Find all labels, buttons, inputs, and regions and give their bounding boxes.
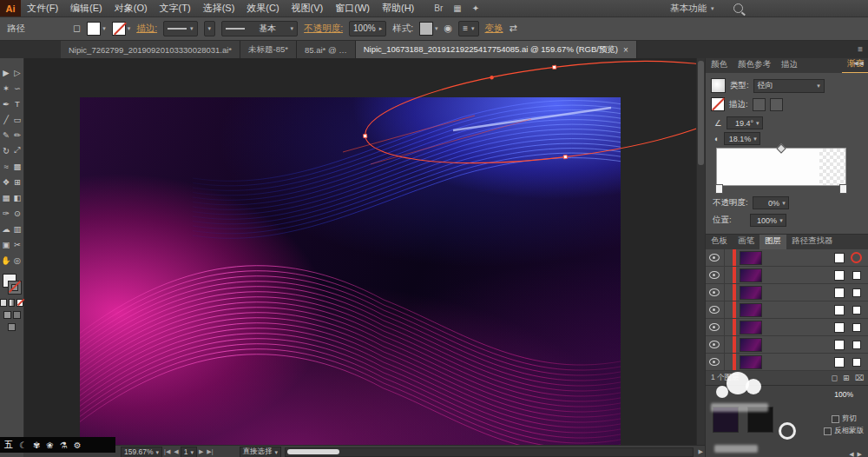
document-tab[interactable]: Nipic_10673188_20191219225417754085.ai @… <box>356 41 637 58</box>
layer-swatch[interactable] <box>834 322 845 333</box>
layer-thumbnail[interactable] <box>740 251 762 265</box>
close-icon[interactable]: × <box>623 45 628 55</box>
menu-item[interactable]: 文字(T) <box>154 0 197 17</box>
visibility-eye-icon[interactable] <box>709 306 720 314</box>
gradient-stop-left[interactable] <box>715 184 723 194</box>
layer-meta-swatch[interactable] <box>852 341 861 349</box>
opacity-link[interactable]: 不透明度: <box>304 23 343 35</box>
fill-color-swatch[interactable]: ▾ <box>87 22 106 36</box>
shape-builder-tool[interactable]: ❖ <box>1 175 12 189</box>
next-artboard-icon[interactable]: ▶ <box>197 448 205 455</box>
stroke-color-swatch[interactable]: ▾ <box>112 22 131 36</box>
visibility-eye-icon[interactable] <box>709 271 720 279</box>
workspace-switcher[interactable]: 基本功能 ▾ <box>670 3 714 15</box>
layer-meta-swatch[interactable] <box>852 306 861 315</box>
swap-icon[interactable]: ⇄ <box>510 23 517 34</box>
gradient-midpoint-handle[interactable] <box>776 143 786 153</box>
menu-item[interactable]: 效果(C) <box>240 0 285 17</box>
panel-tab[interactable]: 图层 <box>760 234 786 249</box>
panel-tab[interactable]: 描边 <box>776 57 803 73</box>
hand-tool[interactable]: ✋ <box>1 253 12 267</box>
anchor-convert-icon[interactable]: ◻ <box>73 23 81 34</box>
layer-thumbnail[interactable] <box>740 355 762 369</box>
zoom-tool[interactable]: ◎ <box>12 253 23 267</box>
document-tab[interactable]: 未标题-85* <box>240 41 297 58</box>
stop-opacity-select[interactable]: 0% ▾ <box>753 196 789 209</box>
layer-row[interactable] <box>706 336 868 354</box>
bridge-icon[interactable]: Br <box>434 3 443 13</box>
recolor-artwork-icon[interactable]: ◉ <box>444 23 453 34</box>
gradient-type-select[interactable]: 径向 ▾ <box>753 79 825 93</box>
opacity-input[interactable]: 100% ▸ <box>349 21 386 36</box>
layer-swatch[interactable] <box>834 270 845 281</box>
panel-menu-icon[interactable]: ≡ <box>858 44 863 54</box>
layer-meta-swatch[interactable] <box>852 358 861 367</box>
scale-tool[interactable]: ⤢ <box>12 143 23 157</box>
stroke-link[interactable]: 描边: <box>136 23 157 35</box>
aspect-ratio-input[interactable]: 18.1% ▾ <box>724 132 760 145</box>
none-button[interactable] <box>16 299 23 307</box>
flask-icon[interactable]: ⚗ <box>60 440 68 450</box>
leaf-icon[interactable]: ❀ <box>46 440 53 450</box>
width-tool[interactable]: ≈ <box>1 159 12 173</box>
selection-target-icon[interactable] <box>851 252 862 263</box>
visibility-eye-icon[interactable] <box>709 323 720 331</box>
stroke-across-icon[interactable] <box>770 98 783 111</box>
prev-artboard-icon[interactable]: ◀ <box>172 448 180 455</box>
document-tab[interactable]: 85.ai* @ … <box>297 41 356 58</box>
horizontal-scrollbar[interactable] <box>285 447 694 457</box>
gradient-stroke-swatch[interactable] <box>711 97 725 111</box>
panel-tab[interactable]: 色板 <box>706 234 733 249</box>
blend-tool[interactable]: ⊙ <box>12 206 23 220</box>
stroke-color-icon[interactable] <box>8 281 22 295</box>
fill-stroke-control[interactable] <box>3 274 22 295</box>
align-select[interactable]: ≡ ▾ <box>458 21 478 36</box>
artboard-select[interactable]: 1 ▾ <box>181 447 197 457</box>
artboard-tool[interactable]: ▣ <box>1 237 12 251</box>
object-thumbnail[interactable] <box>713 407 739 433</box>
variable-width-select[interactable]: ▾ <box>204 21 216 36</box>
visibility-eye-icon[interactable] <box>709 288 720 296</box>
make-clip-mask-icon[interactable]: ◻ <box>832 374 838 382</box>
last-artboard-icon[interactable]: ▶| <box>205 448 214 455</box>
location-select[interactable]: 100% ▾ <box>750 214 786 227</box>
arrange-documents-icon[interactable]: ▦ <box>453 3 461 13</box>
delete-layer-icon[interactable]: ⌧ <box>855 374 864 382</box>
layer-row[interactable] <box>706 319 868 336</box>
horizontal-scrollbar-thumb[interactable] <box>287 449 339 454</box>
layer-swatch[interactable] <box>834 305 845 315</box>
moon-icon[interactable]: ☾ <box>19 440 27 450</box>
layer-row[interactable] <box>706 301 868 319</box>
symbol-sprayer-tool[interactable]: ☁ <box>1 222 12 235</box>
search-icon[interactable] <box>733 3 743 13</box>
magic-wand-tool[interactable]: ✶ <box>1 81 12 95</box>
menu-item[interactable]: 帮助(H) <box>376 0 420 17</box>
clip-checkbox[interactable]: 剪切 <box>832 414 857 424</box>
wrench-icon[interactable]: ⚙ <box>74 440 82 450</box>
menu-item[interactable]: 文件(F) <box>21 0 64 17</box>
new-layer-icon[interactable]: ⊞ <box>843 374 850 382</box>
layer-meta-swatch[interactable] <box>852 271 861 280</box>
menu-item[interactable]: 窗口(W) <box>329 0 376 17</box>
gradient-stop-right[interactable] <box>839 184 847 194</box>
brush-definition-select[interactable]: 基本 ▾ <box>221 21 298 36</box>
first-artboard-icon[interactable]: |◀ <box>162 448 172 455</box>
pen-tool[interactable]: ✒ <box>1 96 12 110</box>
layer-row[interactable] <box>706 249 868 267</box>
layer-thumbnail[interactable] <box>740 268 762 282</box>
selection-tool[interactable]: ▶ <box>1 65 12 79</box>
app-logo[interactable]: Ai <box>0 0 21 17</box>
angle-input[interactable]: 19.4° ▾ <box>727 116 763 129</box>
line-segment-tool[interactable]: ╱ <box>1 112 12 126</box>
paintbrush-tool[interactable]: ✎ <box>1 128 12 142</box>
lasso-tool[interactable]: ∽ <box>12 81 23 95</box>
rectangle-tool[interactable]: ▭ <box>12 112 23 126</box>
draw-behind-icon[interactable] <box>13 311 21 319</box>
stroke-weight-select[interactable]: ▾ <box>163 21 198 36</box>
layer-meta-swatch[interactable] <box>852 288 861 297</box>
mask-thumbnail[interactable] <box>747 407 773 433</box>
layer-row[interactable] <box>706 284 868 301</box>
menu-item[interactable]: 视图(V) <box>286 0 330 17</box>
layer-row[interactable] <box>706 354 868 371</box>
layer-thumbnail[interactable] <box>740 338 762 352</box>
